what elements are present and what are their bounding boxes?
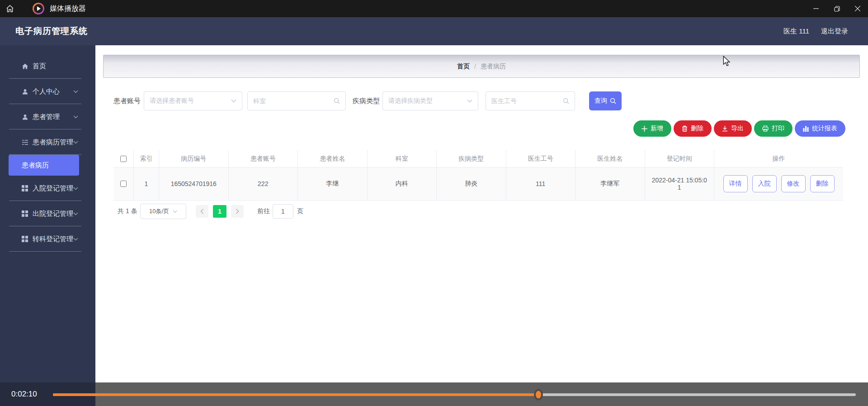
search-icon: [334, 98, 340, 104]
action-row: 新增 删除 导出 打印 统计报表: [633, 120, 845, 137]
col-header: 医生工号: [506, 150, 576, 167]
col-header: 患者账号: [229, 150, 298, 167]
cell-record-no: 1650524701916: [159, 167, 229, 200]
cell-patient-account: 222: [229, 167, 298, 200]
disease-type-label: 疾病类型: [353, 91, 380, 110]
page-size-select[interactable]: 10条/页: [140, 204, 186, 219]
sidebar-item-label: 入院登记管理: [33, 184, 73, 193]
bar-chart-icon: [803, 126, 809, 132]
trash-icon: [682, 125, 688, 132]
sidebar-item-label: 个人中心: [33, 87, 60, 96]
playback-time: 0:02:10: [11, 390, 37, 399]
table-header-row: 索引 病历编号 患者账号 患者姓名 科室 疾病类型 医生工号 医生姓名 登记时间…: [113, 150, 843, 167]
breadcrumb-separator: /: [474, 63, 476, 70]
close-button[interactable]: [847, 0, 868, 17]
printer-icon: [762, 125, 769, 132]
cell-doctor-id: 111: [506, 167, 576, 200]
cell-register-time: 2022-04-21 15:05:01: [645, 167, 715, 200]
cell-patient-name: 李继: [298, 167, 368, 200]
sidebar-item-record-management[interactable]: 患者病历管理: [0, 129, 95, 155]
seek-bar[interactable]: [53, 393, 856, 396]
admit-button[interactable]: 入院: [752, 175, 777, 192]
goto-unit: 页: [297, 207, 303, 215]
department-input[interactable]: [253, 97, 334, 105]
patient-account-label: 患者账号: [113, 91, 141, 110]
goto-page-input[interactable]: [273, 204, 293, 219]
col-header: 医生姓名: [576, 150, 645, 167]
sidebar-item-personal-center[interactable]: 个人中心: [0, 79, 95, 104]
breadcrumb-home[interactable]: 首页: [457, 62, 470, 71]
chevron-right-icon: [236, 209, 239, 214]
print-button[interactable]: 打印: [754, 120, 793, 137]
sidebar-item-patient-records-active[interactable]: 患者病历: [9, 155, 79, 176]
search-button[interactable]: 查询: [589, 91, 622, 110]
breadcrumb-current: 患者病历: [481, 62, 506, 71]
disease-type-select[interactable]: 请选择疾病类型: [382, 91, 478, 110]
sidebar-item-label: 出院登记管理: [33, 210, 73, 218]
next-page-button[interactable]: [231, 205, 244, 218]
chevron-down-icon: [73, 238, 78, 241]
progress-played: [53, 393, 538, 396]
export-button[interactable]: 导出: [714, 120, 752, 137]
chevron-down-icon: [231, 99, 236, 103]
progress-handle[interactable]: [534, 389, 543, 401]
grid-icon: [21, 235, 28, 243]
sidebar-item-discharge-management[interactable]: 出院登记管理: [0, 201, 95, 226]
sidebar-item-label: 转科登记管理: [33, 235, 73, 244]
chevron-down-icon: [73, 212, 78, 215]
row-checkbox[interactable]: [120, 181, 127, 187]
titlebar: 媒体播放器: [0, 0, 868, 17]
row-delete-button[interactable]: 删除: [810, 175, 835, 192]
restore-button[interactable]: [826, 0, 847, 17]
sidebar-item-label: 患者管理: [33, 113, 60, 121]
sidebar-item-transfer-management[interactable]: 转科登记管理: [0, 226, 95, 252]
doctor-id-input[interactable]: [491, 97, 563, 105]
prev-page-button[interactable]: [196, 205, 208, 218]
main-content: 首页 / 患者病历 患者账号 请选择患者账号 疾病类型 请选择疾病类型: [95, 45, 868, 382]
select-all-checkbox[interactable]: [120, 156, 127, 162]
col-header: 患者姓名: [298, 150, 368, 167]
cell-index: 1: [134, 167, 159, 200]
goto-label: 前往: [257, 207, 270, 215]
media-player-window: 媒体播放器 电子病历管理系统 医生 111 退出登录: [0, 0, 868, 406]
col-header: 登记时间: [645, 150, 715, 167]
search-icon: [563, 98, 569, 104]
patients-icon: [21, 113, 28, 120]
chevron-down-icon: [173, 210, 177, 213]
minimize-button[interactable]: [806, 0, 826, 17]
home-icon[interactable]: [0, 0, 20, 17]
app-title: 电子病历管理系统: [15, 25, 88, 37]
chevron-down-icon: [73, 187, 78, 190]
download-icon: [722, 125, 728, 132]
cell-operations: 详情 入院 修改 删除: [714, 167, 843, 200]
media-player-logo-icon: [33, 3, 44, 14]
col-header: 科室: [368, 150, 437, 167]
total-count: 共 1 条: [118, 207, 137, 215]
sidebar-item-home[interactable]: 首页: [0, 53, 95, 79]
col-header: 疾病类型: [437, 150, 506, 167]
sidebar-item-patient-management[interactable]: 患者管理: [0, 104, 95, 129]
department-input-wrap: [247, 91, 346, 110]
edit-button[interactable]: 修改: [781, 175, 806, 192]
search-icon: [610, 98, 616, 104]
sidebar-item-admission-management[interactable]: 入院登记管理: [0, 176, 95, 201]
page-number-active[interactable]: 1: [213, 205, 226, 218]
detail-button[interactable]: 详情: [723, 175, 748, 192]
chevron-down-icon: [73, 141, 78, 144]
col-header: 索引: [134, 150, 159, 167]
grid-icon: [21, 185, 28, 192]
doctor-id-input-wrap: [486, 91, 575, 110]
col-header: 病历编号: [159, 150, 229, 167]
chevron-down-icon: [73, 90, 78, 93]
plus-icon: [642, 126, 647, 132]
home-icon: [21, 62, 28, 70]
chevron-left-icon: [200, 209, 204, 214]
report-button[interactable]: 统计报表: [795, 120, 845, 137]
sidebar: 首页 个人中心 患者管理: [0, 45, 95, 382]
logout-link[interactable]: 退出登录: [821, 27, 848, 36]
records-table: 索引 病历编号 患者账号 患者姓名 科室 疾病类型 医生工号 医生姓名 登记时间…: [113, 150, 843, 201]
breadcrumb: 首页 / 患者病历: [103, 55, 860, 78]
patient-account-select[interactable]: 请选择患者账号: [144, 91, 242, 110]
delete-button[interactable]: 删除: [674, 120, 712, 137]
add-button[interactable]: 新增: [633, 120, 671, 137]
